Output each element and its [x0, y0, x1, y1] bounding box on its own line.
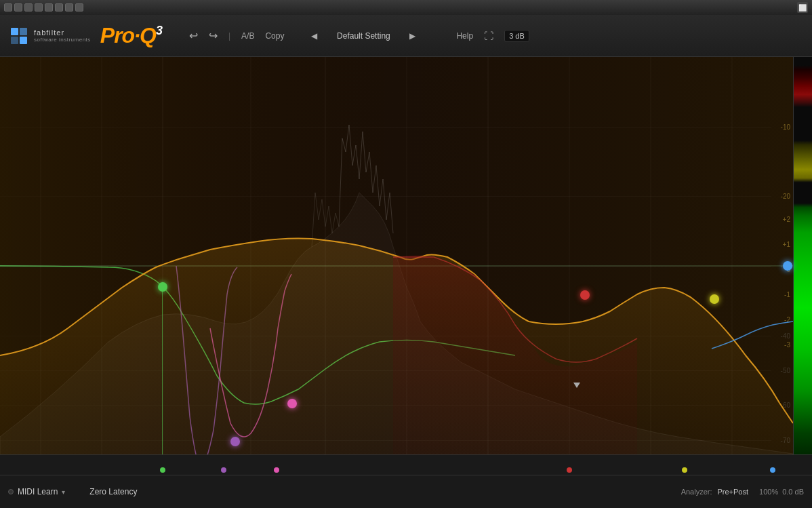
midi-dropdown-arrow[interactable]: ▾ — [62, 488, 65, 496]
db-label-m70: -70 — [781, 436, 790, 444]
eq-minus3-label: -3 — [784, 341, 790, 349]
logo-text: fabfilter software instruments — [34, 28, 91, 43]
titlebar-btn6[interactable] — [55, 3, 63, 12]
db-label-m40: -40 — [781, 332, 790, 339]
titlebar-zoom-btn[interactable] — [24, 3, 33, 12]
midi-learn-area: MIDI Learn ▾ — [8, 487, 65, 496]
copy-button[interactable]: Copy — [265, 31, 284, 41]
db-label-m60: -60 — [781, 402, 790, 409]
titlebar-btn7[interactable] — [65, 3, 73, 12]
svg-rect-12 — [0, 455, 812, 475]
zoom-area: 100% 0.0 dB — [759, 488, 804, 496]
eq-node-1-line — [162, 287, 163, 475]
titlebar-btn4[interactable] — [35, 3, 43, 12]
piano-marker-3 — [274, 467, 279, 473]
eq-plus2-label: +2 — [783, 216, 790, 223]
db-label-m50: -50 — [781, 367, 790, 374]
help-button[interactable]: Help — [456, 31, 473, 41]
piano-marker-5 — [567, 467, 572, 473]
eq-minus2-label: -2 — [784, 316, 790, 324]
eq-plus1-label: +1 — [783, 241, 790, 248]
titlebar-btn5[interactable] — [45, 3, 53, 12]
logo-fabfilter-label: fabfilter — [34, 28, 91, 37]
analyzer-area: Analyzer: Pre+Post — [681, 488, 748, 496]
preset-prev-button[interactable]: ◀ — [311, 31, 317, 41]
eq-node-2[interactable] — [230, 437, 240, 446]
minus70-line — [0, 440, 771, 441]
preset-area: ◀ Default Setting ▶ — [311, 31, 415, 41]
piano-svg: // This will be rendered as static SVG e… — [0, 455, 812, 475]
header-controls: ↩ ↪ | A/B Copy — [189, 29, 284, 42]
analyzer-label: Analyzer: — [681, 488, 712, 496]
db-label-m20: -20 — [781, 193, 790, 200]
piano-marker-1 — [160, 467, 165, 473]
eq-node-5[interactable] — [580, 290, 590, 300]
piano-marker-7 — [770, 467, 775, 473]
eq-node-4-marker — [573, 383, 580, 388]
logo-subtitle-label: software instruments — [34, 37, 91, 43]
gain-display[interactable]: 3 dB — [504, 30, 529, 42]
minus60-line — [0, 405, 771, 406]
preset-name-label: Default Setting — [323, 31, 404, 41]
undo-button[interactable]: ↩ — [189, 29, 198, 42]
eq-node-6[interactable] — [710, 294, 719, 304]
db-label-m10: -10 — [781, 123, 790, 130]
redo-button[interactable]: ↪ — [209, 29, 218, 42]
logo-area: fabfilter software instruments Pro·Q3 — [11, 23, 162, 48]
minus10-line — [0, 127, 771, 128]
piano-marker-6 — [682, 467, 687, 473]
eq-node-7[interactable] — [783, 261, 792, 271]
vu-bar-display — [794, 57, 812, 475]
zero-db-line — [0, 266, 771, 267]
analyzer-value[interactable]: Pre+Post — [717, 488, 748, 496]
gain-db-value[interactable]: 0.0 dB — [782, 488, 804, 496]
eq-minus1-label: -1 — [784, 291, 790, 298]
vu-meter — [793, 57, 812, 475]
titlebar-btn8[interactable] — [75, 3, 83, 12]
fullscreen-button[interactable]: ⛶ — [484, 31, 493, 41]
preset-next-button[interactable]: ▶ — [409, 31, 415, 41]
titlebar-close-btn[interactable] — [4, 3, 12, 12]
ab-button[interactable]: A/B — [241, 31, 254, 41]
plugin-header: fabfilter software instruments Pro·Q3 ↩ … — [0, 15, 812, 57]
minus40-line — [0, 336, 771, 336]
minus50-line — [0, 370, 771, 371]
zoom-value[interactable]: 100% — [759, 488, 778, 496]
titlebar-minimize-btn[interactable] — [14, 3, 22, 12]
midi-led — [8, 489, 14, 494]
titlebar: ⬜ — [0, 0, 812, 15]
midi-learn-button[interactable]: MIDI Learn — [18, 487, 58, 496]
eq-node-3[interactable] — [287, 399, 297, 408]
piano-marker-2 — [221, 467, 226, 473]
titlebar-controls — [4, 3, 83, 12]
latency-button[interactable]: Zero Latency — [89, 487, 137, 496]
logo-grid — [11, 28, 27, 44]
version-superscript: 3 — [156, 24, 162, 37]
camera-icon[interactable]: ⬜ — [797, 2, 808, 13]
bottom-bar: MIDI Learn ▾ Zero Latency Analyzer: Pre+… — [0, 475, 812, 508]
minus20-line — [0, 196, 771, 197]
piano-keyboard[interactable]: // This will be rendered as static SVG e… — [0, 454, 812, 475]
ctrl-separator: | — [228, 31, 230, 41]
eq-node-1[interactable] — [158, 282, 167, 292]
eq-main[interactable]: -10 -20 -30 -40 -50 -60 -70 -80 +2 +1 0 … — [0, 57, 812, 475]
product-name: Pro·Q3 — [100, 23, 162, 48]
